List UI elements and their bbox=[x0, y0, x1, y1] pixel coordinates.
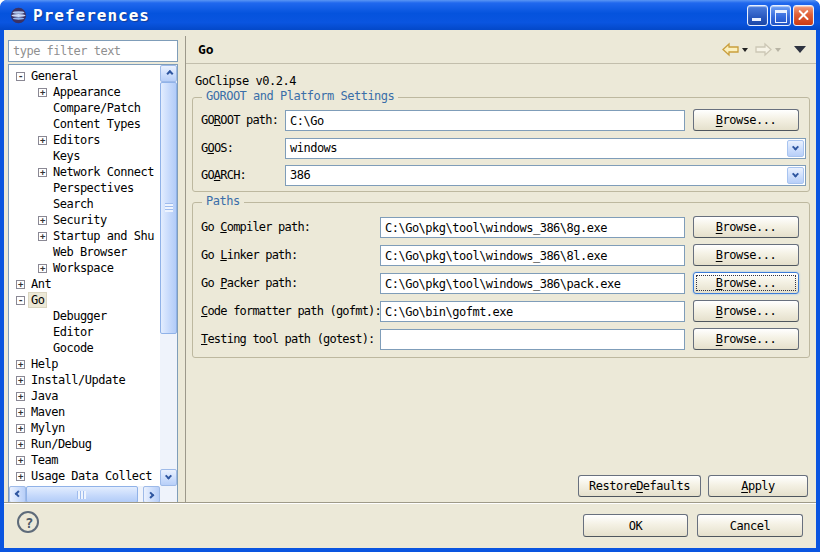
combo-dropdown-button[interactable] bbox=[787, 140, 804, 157]
titlebar[interactable]: Preferences bbox=[0, 0, 820, 30]
tree-item-search[interactable]: Search bbox=[9, 196, 160, 212]
tree-item-web-browser[interactable]: Web Browser bbox=[9, 244, 160, 260]
close-button[interactable] bbox=[793, 5, 814, 26]
compiler-path-label: Go Compiler path: bbox=[201, 217, 310, 238]
tree-item-help[interactable]: +Help bbox=[9, 356, 160, 372]
goarch-combo[interactable]: 386 bbox=[285, 165, 806, 186]
combo-dropdown-button[interactable] bbox=[787, 167, 804, 184]
compiler-browse-button[interactable]: Browse... bbox=[693, 216, 799, 238]
tree-item-label: Appearance bbox=[51, 85, 122, 99]
forward-arrow-icon bbox=[754, 42, 773, 57]
expand-icon[interactable]: + bbox=[16, 392, 25, 401]
gofmt-path-input[interactable] bbox=[380, 301, 685, 322]
help-button[interactable]: ? bbox=[17, 511, 39, 533]
tree-item-label: Perspectives bbox=[51, 181, 136, 195]
tree-item-debugger[interactable]: Debugger bbox=[9, 308, 160, 324]
forward-dropdown-icon[interactable] bbox=[775, 48, 781, 52]
chevron-left-icon bbox=[15, 490, 22, 497]
expand-icon[interactable]: + bbox=[38, 216, 47, 225]
tree-item-usage-data-collect[interactable]: +Usage Data Collect bbox=[9, 468, 160, 484]
collapse-icon[interactable]: - bbox=[16, 296, 25, 305]
plugin-version: GoClipse v0.2.4 bbox=[195, 74, 296, 88]
tree-item-label: Mylyn bbox=[29, 421, 67, 435]
expand-icon[interactable]: + bbox=[16, 280, 25, 289]
tree-item-run-debug[interactable]: +Run/Debug bbox=[9, 436, 160, 452]
expand-icon[interactable]: + bbox=[16, 424, 25, 433]
goroot-browse-button[interactable]: Browse... bbox=[693, 109, 799, 131]
tree-indent-spacer bbox=[38, 152, 47, 161]
tree-item-appearance[interactable]: +Appearance bbox=[9, 84, 160, 100]
restore-defaults-button[interactable]: Restore Defaults bbox=[578, 475, 701, 497]
expand-icon[interactable]: + bbox=[38, 88, 47, 97]
tree-item-team[interactable]: +Team bbox=[9, 452, 160, 468]
tree-item-label: Workspace bbox=[51, 261, 116, 275]
gofmt-browse-button[interactable]: Browse... bbox=[693, 300, 799, 322]
tree-item-java[interactable]: +Java bbox=[9, 388, 160, 404]
forward-button[interactable] bbox=[753, 41, 782, 58]
horizontal-scroll-thumb[interactable] bbox=[26, 486, 138, 503]
vertical-scroll-thumb[interactable] bbox=[160, 82, 177, 334]
ok-button[interactable]: OK bbox=[583, 514, 688, 537]
compiler-path-input[interactable] bbox=[380, 217, 685, 238]
tree-indent-spacer bbox=[38, 200, 47, 209]
tree-item-install-update[interactable]: +Install/Update bbox=[9, 372, 160, 388]
expand-icon[interactable]: + bbox=[16, 456, 25, 465]
tree-item-perspectives[interactable]: Perspectives bbox=[9, 180, 160, 196]
tree-item-gocode[interactable]: Gocode bbox=[9, 340, 160, 356]
tree-item-editors[interactable]: +Editors bbox=[9, 132, 160, 148]
tree-item-general[interactable]: -General bbox=[9, 68, 160, 84]
tree-item-compare-patch[interactable]: Compare/Patch bbox=[9, 100, 160, 116]
tree-item-network-connect[interactable]: +Network Connect bbox=[9, 164, 160, 180]
back-button[interactable] bbox=[720, 41, 749, 58]
tree-item-content-types[interactable]: Content Types bbox=[9, 116, 160, 132]
expand-icon[interactable]: + bbox=[16, 472, 25, 481]
tree-item-startup-and-shu[interactable]: +Startup and Shu bbox=[9, 228, 160, 244]
gotest-browse-button[interactable]: Browse... bbox=[693, 328, 799, 350]
expand-icon[interactable]: + bbox=[38, 232, 47, 241]
back-dropdown-icon[interactable] bbox=[742, 48, 748, 52]
expand-icon[interactable]: + bbox=[16, 360, 25, 369]
tree-item-editor[interactable]: Editor bbox=[9, 324, 160, 340]
filter-input[interactable] bbox=[8, 40, 178, 62]
tree-item-keys[interactable]: Keys bbox=[9, 148, 160, 164]
scroll-down-button[interactable] bbox=[160, 469, 177, 486]
scroll-left-button[interactable] bbox=[9, 486, 26, 503]
tree-item-label: Debugger bbox=[51, 309, 109, 323]
view-menu-icon[interactable] bbox=[794, 46, 806, 53]
expand-icon[interactable]: + bbox=[38, 136, 47, 145]
cancel-button[interactable]: Cancel bbox=[697, 514, 803, 537]
expand-icon[interactable]: + bbox=[16, 376, 25, 385]
collapse-icon[interactable]: - bbox=[16, 72, 25, 81]
tree-item-label: Editor bbox=[51, 325, 95, 339]
packer-path-input[interactable] bbox=[380, 273, 685, 294]
tree-vertical-scrollbar[interactable] bbox=[160, 65, 177, 486]
tree-item-go[interactable]: -Go bbox=[9, 292, 160, 308]
scroll-up-button[interactable] bbox=[160, 65, 177, 82]
eclipse-icon bbox=[10, 7, 27, 24]
linker-path-input[interactable] bbox=[380, 245, 685, 266]
packer-browse-button[interactable]: Browse... bbox=[693, 272, 799, 294]
expand-icon[interactable]: + bbox=[38, 264, 47, 273]
scroll-right-button[interactable] bbox=[143, 486, 160, 503]
expand-icon[interactable]: + bbox=[38, 168, 47, 177]
expand-icon[interactable]: + bbox=[16, 408, 25, 417]
linker-browse-button[interactable]: Browse... bbox=[693, 244, 799, 266]
goroot-path-label: GOROOT path: bbox=[201, 110, 278, 131]
apply-button[interactable]: Apply bbox=[708, 475, 808, 497]
goos-combo[interactable]: windows bbox=[285, 138, 806, 159]
tree-item-label: Keys bbox=[51, 149, 82, 163]
tree-item-ant[interactable]: +Ant bbox=[9, 276, 160, 292]
tree-item-maven[interactable]: +Maven bbox=[9, 404, 160, 420]
tree-item-label: Install/Update bbox=[29, 373, 127, 387]
maximize-button[interactable] bbox=[770, 5, 791, 26]
tree-horizontal-scrollbar[interactable] bbox=[9, 486, 160, 503]
gofmt-path-label: Code formatter path (gofmt): bbox=[201, 301, 381, 322]
tree-item-security[interactable]: +Security bbox=[9, 212, 160, 228]
tree-item-workspace[interactable]: +Workspace bbox=[9, 260, 160, 276]
gotest-path-input[interactable] bbox=[380, 329, 685, 350]
minimize-button[interactable] bbox=[747, 5, 768, 26]
chevron-down-icon bbox=[792, 171, 799, 178]
expand-icon[interactable]: + bbox=[16, 440, 25, 449]
tree-item-mylyn[interactable]: +Mylyn bbox=[9, 420, 160, 436]
goroot-path-input[interactable] bbox=[285, 110, 685, 131]
